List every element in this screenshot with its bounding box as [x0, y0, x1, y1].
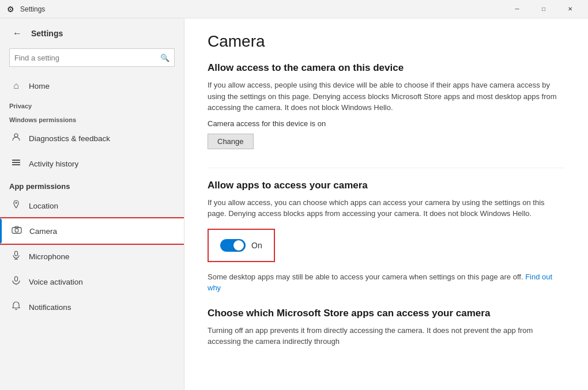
microphone-icon — [10, 251, 22, 262]
svg-point-4 — [16, 202, 17, 204]
sidebar-item-diagnostics[interactable]: Diagnostics & feedback — [0, 126, 184, 151]
diagnostics-icon — [10, 132, 22, 144]
sidebar-header: ← Settings — [0, 18, 184, 46]
sidebar-item-notifications[interactable]: Notifications — [0, 294, 184, 320]
home-label: Home — [29, 82, 50, 90]
sidebar-item-camera[interactable]: Camera — [0, 218, 184, 244]
titlebar: ⚙ Settings ─ □ ✕ — [0, 0, 588, 18]
windows-permissions-label: Windows permissions — [0, 112, 184, 126]
sidebar-item-home[interactable]: ⌂ Home — [0, 74, 184, 98]
microphone-label: Microphone — [29, 252, 70, 261]
voice-label: Voice activation — [29, 278, 83, 286]
location-icon — [10, 200, 22, 211]
search-input[interactable] — [14, 54, 160, 62]
sidebar-item-activity[interactable]: Activity history — [0, 151, 184, 176]
page-title: Camera — [208, 32, 565, 51]
main-content: Camera Allow access to the camera on thi… — [184, 18, 588, 390]
section2-title: Allow apps to access your camera — [208, 180, 565, 191]
titlebar-title: Settings — [20, 5, 45, 13]
activity-icon — [10, 158, 22, 169]
toggle-label: On — [251, 241, 262, 250]
divider1 — [208, 168, 565, 168]
maximize-button[interactable]: □ — [530, 0, 557, 18]
titlebar-left: ⚙ Settings — [7, 5, 45, 14]
home-icon: ⌂ — [10, 81, 22, 91]
activity-label: Activity history — [29, 160, 78, 168]
svg-point-0 — [14, 134, 18, 137]
sidebar-item-microphone[interactable]: Microphone — [0, 244, 184, 269]
privacy-label: Privacy — [0, 98, 184, 112]
svg-rect-8 — [15, 251, 18, 256]
section1-title: Allow access to the camera on this devic… — [208, 62, 565, 74]
back-button[interactable]: ← — [9, 25, 25, 41]
sidebar-item-voice[interactable]: Voice activation — [0, 269, 184, 294]
notifications-label: Notifications — [29, 303, 71, 312]
change-button[interactable]: Change — [208, 134, 254, 149]
location-label: Location — [29, 202, 58, 210]
svg-rect-11 — [15, 277, 18, 281]
app-body: ← Settings 🔍 ⌂ Home Privacy Windows perm… — [0, 18, 588, 390]
toggle-knob — [233, 240, 244, 251]
section3-title: Choose which Microsoft Store apps can ac… — [208, 308, 565, 319]
minimize-button[interactable]: ─ — [504, 0, 530, 18]
svg-rect-2 — [12, 162, 20, 163]
svg-rect-1 — [12, 160, 20, 161]
section2-desc: If you allow access, you can choose whic… — [208, 197, 565, 219]
svg-point-6 — [15, 229, 18, 232]
search-icon: 🔍 — [160, 54, 169, 62]
sidebar-item-location[interactable]: Location — [0, 193, 184, 218]
app-icon: ⚙ — [7, 5, 14, 14]
section1-desc: If you allow access, people using this d… — [208, 79, 565, 113]
titlebar-controls: ─ □ ✕ — [504, 0, 583, 18]
app-permissions-label: App permissions — [0, 176, 184, 193]
notifications-icon — [10, 301, 22, 313]
close-button[interactable]: ✕ — [557, 0, 583, 18]
sidebar-title: Settings — [31, 29, 63, 38]
toggle-section: On — [208, 229, 275, 262]
camera-toggle[interactable] — [220, 239, 246, 252]
camera-status: Camera access for this device is on — [208, 119, 565, 128]
camera-icon — [11, 225, 22, 237]
note-text: Some desktop apps may still be able to a… — [208, 271, 565, 294]
camera-label: Camera — [29, 227, 57, 236]
search-box[interactable]: 🔍 — [9, 48, 175, 67]
diagnostics-label: Diagnostics & feedback — [29, 134, 110, 143]
svg-rect-3 — [12, 164, 20, 165]
sidebar: ← Settings 🔍 ⌂ Home Privacy Windows perm… — [0, 18, 184, 390]
voice-icon — [10, 276, 22, 287]
section3-desc: Turning off an app prevents it from dire… — [208, 325, 565, 347]
